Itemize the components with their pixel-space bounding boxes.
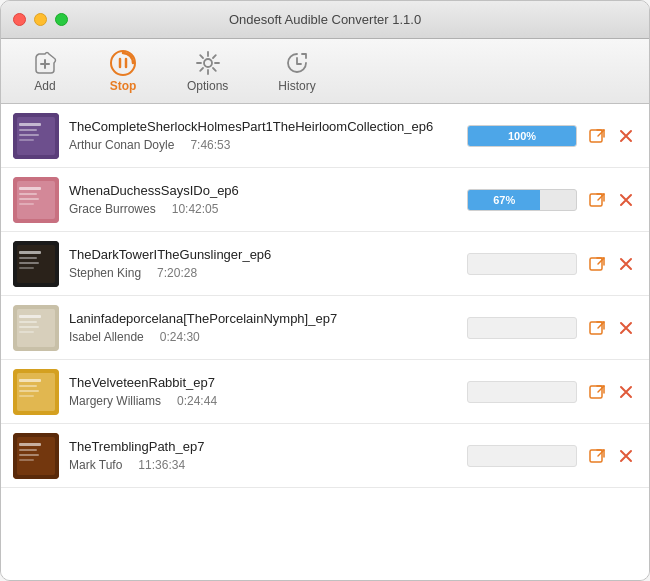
svg-point-0 <box>111 51 135 75</box>
book-title: Laninfadeporcelana[ThePorcelainNymph]_ep… <box>69 311 457 326</box>
progress-label: 67% <box>493 194 515 206</box>
svg-rect-40 <box>19 449 37 451</box>
remove-button[interactable] <box>615 381 637 403</box>
options-label: Options <box>187 79 228 93</box>
book-meta: Isabel Allende 0:24:30 <box>69 330 457 344</box>
book-duration: 11:36:34 <box>138 458 185 472</box>
book-progress: 100% <box>467 125 577 147</box>
svg-rect-4 <box>19 123 41 126</box>
book-author: Isabel Allende <box>69 330 144 344</box>
remove-button[interactable] <box>615 253 637 275</box>
toolbar-item-stop[interactable]: Stop <box>99 45 147 97</box>
book-meta: Margery Williams 0:24:44 <box>69 394 457 408</box>
open-file-button[interactable] <box>587 381 609 403</box>
svg-rect-39 <box>19 443 41 446</box>
book-info: TheCompleteSherlockHolmesPart1TheHeirloo… <box>69 119 457 152</box>
history-label: History <box>278 79 315 93</box>
open-file-button[interactable] <box>587 125 609 147</box>
svg-point-1 <box>204 59 212 67</box>
book-title: WhenaDuchessSaysIDo_ep6 <box>69 183 457 198</box>
svg-rect-29 <box>590 322 602 334</box>
remove-button[interactable] <box>615 445 637 467</box>
svg-rect-8 <box>590 130 602 142</box>
book-title: TheCompleteSherlockHolmesPart1TheHeirloo… <box>69 119 457 134</box>
svg-rect-32 <box>19 379 41 382</box>
remove-button[interactable] <box>615 125 637 147</box>
svg-rect-34 <box>19 390 39 392</box>
remove-button[interactable] <box>615 189 637 211</box>
book-progress <box>467 317 577 339</box>
toolbar-item-history[interactable]: History <box>268 45 325 97</box>
svg-rect-42 <box>19 459 34 461</box>
close-button[interactable] <box>13 13 26 26</box>
history-icon <box>283 49 311 77</box>
book-cover <box>13 113 59 159</box>
svg-rect-19 <box>19 257 37 259</box>
book-progress <box>467 381 577 403</box>
svg-rect-41 <box>19 454 39 456</box>
remove-button[interactable] <box>615 317 637 339</box>
book-cover <box>13 305 59 351</box>
book-duration: 10:42:05 <box>172 202 219 216</box>
svg-rect-26 <box>19 321 37 323</box>
svg-rect-43 <box>590 450 602 462</box>
book-title: TheTremblingPath_ep7 <box>69 439 457 454</box>
maximize-button[interactable] <box>55 13 68 26</box>
traffic-lights <box>13 13 68 26</box>
toolbar-item-options[interactable]: Options <box>177 45 238 97</box>
minimize-button[interactable] <box>34 13 47 26</box>
open-file-button[interactable] <box>587 253 609 275</box>
book-progress: 67% <box>467 189 577 211</box>
svg-rect-27 <box>19 326 39 328</box>
book-meta: Mark Tufo 11:36:34 <box>69 458 457 472</box>
book-meta: Stephen King 7:20:28 <box>69 266 457 280</box>
book-duration: 7:46:53 <box>190 138 230 152</box>
book-list: TheCompleteSherlockHolmesPart1TheHeirloo… <box>1 104 649 581</box>
title-bar: Ondesoft Audible Converter 1.1.0 <box>1 1 649 39</box>
book-cover <box>13 177 59 223</box>
book-info: TheVelveteenRabbit_ep7 Margery Williams … <box>69 375 457 408</box>
open-file-button[interactable] <box>587 445 609 467</box>
book-cover <box>13 433 59 479</box>
book-author: Grace Burrowes <box>69 202 156 216</box>
svg-rect-14 <box>19 203 34 205</box>
book-actions <box>587 381 637 403</box>
svg-rect-12 <box>19 193 37 195</box>
book-author: Mark Tufo <box>69 458 122 472</box>
svg-rect-7 <box>19 139 34 141</box>
progress-label: 100% <box>508 130 536 142</box>
svg-rect-18 <box>19 251 41 254</box>
book-author: Stephen King <box>69 266 141 280</box>
svg-rect-15 <box>590 194 602 206</box>
table-row: TheCompleteSherlockHolmesPart1TheHeirloo… <box>1 104 649 168</box>
book-author: Margery Williams <box>69 394 161 408</box>
book-progress <box>467 445 577 467</box>
book-meta: Arthur Conan Doyle 7:46:53 <box>69 138 457 152</box>
svg-rect-11 <box>19 187 41 190</box>
stop-label: Stop <box>110 79 137 93</box>
svg-rect-21 <box>19 267 34 269</box>
book-duration: 0:24:30 <box>160 330 200 344</box>
open-file-button[interactable] <box>587 189 609 211</box>
book-duration: 7:20:28 <box>157 266 197 280</box>
book-actions <box>587 253 637 275</box>
book-title: TheVelveteenRabbit_ep7 <box>69 375 457 390</box>
book-title: TheDarkTowerITheGunslinger_ep6 <box>69 247 457 262</box>
book-actions <box>587 189 637 211</box>
svg-rect-28 <box>19 331 34 333</box>
book-author: Arthur Conan Doyle <box>69 138 174 152</box>
toolbar-item-add[interactable]: Add <box>21 45 69 97</box>
book-info: Laninfadeporcelana[ThePorcelainNymph]_ep… <box>69 311 457 344</box>
add-label: Add <box>34 79 55 93</box>
book-info: WhenaDuchessSaysIDo_ep6 Grace Burrowes 1… <box>69 183 457 216</box>
book-cover <box>13 241 59 287</box>
book-duration: 0:24:44 <box>177 394 217 408</box>
options-icon <box>194 49 222 77</box>
svg-rect-35 <box>19 395 34 397</box>
svg-rect-20 <box>19 262 39 264</box>
book-info: TheDarkTowerITheGunslinger_ep6 Stephen K… <box>69 247 457 280</box>
svg-rect-5 <box>19 129 37 131</box>
stop-icon <box>109 49 137 77</box>
svg-rect-33 <box>19 385 37 387</box>
open-file-button[interactable] <box>587 317 609 339</box>
